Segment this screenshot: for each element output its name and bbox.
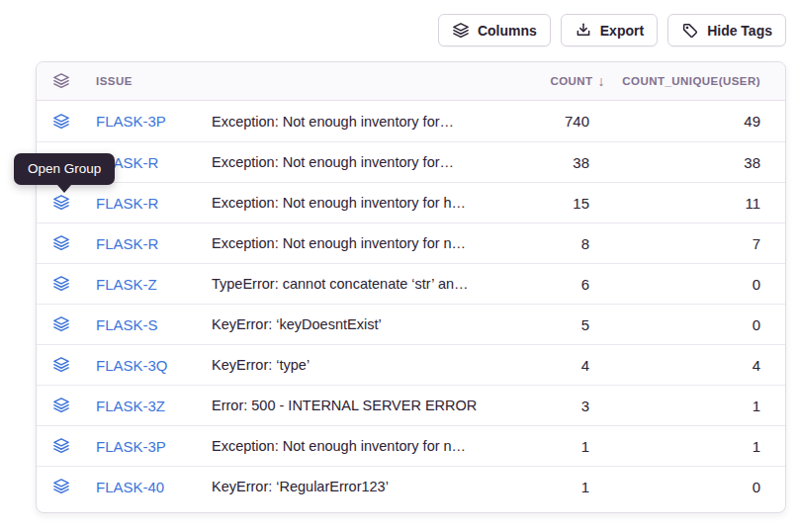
hide-tags-button[interactable]: Hide Tags [667,14,786,46]
table-row: FLASK-3P Exception: Not enough inventory… [37,425,785,466]
issue-summary: Exception: Not enough inventory for… [212,154,488,170]
tag-icon [681,22,699,40]
issue-summary: KeyError: ‘RegularError123’ [212,479,488,494]
table-row: FLASK-40 KeyError: ‘RegularError123’ 1 0 [37,466,785,506]
table-header-row: ISSUE COUNT ↓ COUNT_UNIQUE(USER) [37,62,785,101]
issue-link[interactable]: FLASK-3P [96,113,212,130]
table-row: FLASK-R Exception: Not enough inventory … [37,222,785,263]
table-row: FLASK-3P Exception: Not enough inventory… [37,101,785,141]
columns-button[interactable]: Columns [438,14,551,46]
count-value: 15 [573,195,607,212]
count-value: 8 [581,235,607,252]
toolbar: Columns Export Hide Tags [438,14,786,46]
table-row: FLASK-R Exception: Not enough inventory … [37,141,785,182]
column-header-issue[interactable]: ISSUE [96,75,212,87]
count-value: 3 [581,398,607,414]
issue-link[interactable]: FLASK-3Z [96,398,212,414]
count-unique-value: 4 [753,357,785,374]
count-unique-value: 49 [744,113,785,130]
open-group-icon[interactable] [37,234,96,252]
sort-arrow-down-icon: ↓ [598,73,605,89]
export-button[interactable]: Export [561,14,658,46]
open-group-icon[interactable] [37,397,96,414]
count-unique-value: 1 [753,398,785,414]
count-value: 6 [581,276,607,293]
tooltip-open-group: Open Group [14,153,115,185]
layers-icon [452,22,470,40]
count-value: 1 [581,438,607,455]
count-unique-value: 1 [753,438,785,455]
count-value: 4 [581,357,607,374]
column-header-count[interactable]: COUNT ↓ [550,73,607,89]
issue-link[interactable]: FLASK-R [96,235,212,252]
count-unique-value: 0 [753,316,785,333]
open-group-icon[interactable] [37,275,96,293]
count-value: 5 [581,316,607,333]
open-group-icon[interactable] [37,437,96,455]
count-value: 740 [565,113,607,130]
issue-summary: Exception: Not enough inventory for… [212,114,488,130]
issue-link[interactable]: FLASK-3P [96,438,212,455]
count-unique-value: 11 [745,195,785,212]
table-row: FLASK-Z TypeError: cannot concatenate ‘s… [37,263,785,304]
column-header-count-label: COUNT [550,75,592,87]
issue-link[interactable]: FLASK-3Q [96,357,212,374]
hide-tags-button-label: Hide Tags [707,23,772,39]
issue-link[interactable]: FLASK-Z [96,276,212,293]
open-group-icon[interactable] [37,315,96,333]
open-group-icon[interactable] [37,194,96,212]
issue-summary: TypeError: cannot concatenate ‘str’ an… [212,276,488,292]
count-unique-value: 0 [753,276,785,293]
open-group-icon[interactable] [37,356,96,374]
count-unique-value: 0 [753,479,785,495]
issue-summary: KeyError: ‘type’ [212,357,488,373]
count-unique-value: 38 [744,154,785,171]
issue-link[interactable]: FLASK-40 [96,479,212,495]
open-group-icon[interactable] [37,113,96,131]
open-group-icon[interactable] [37,478,96,495]
table-row: FLASK-S KeyError: ‘keyDoesntExist’ 5 0 [37,304,785,344]
export-button-label: Export [600,23,644,39]
issues-table: ISSUE COUNT ↓ COUNT_UNIQUE(USER) FLASK-3… [36,61,786,513]
count-value: 1 [581,479,607,495]
table-row: FLASK-3Q KeyError: ‘type’ 4 4 [37,344,785,385]
issue-link[interactable]: FLASK-S [96,316,212,333]
issue-summary: Exception: Not enough inventory for n… [212,235,488,251]
issue-link[interactable]: FLASK-R [96,195,212,212]
count-unique-value: 7 [753,235,785,252]
issue-summary: Exception: Not enough inventory for h… [212,195,488,211]
table-row: FLASK-R Exception: Not enough inventory … [37,182,785,222]
column-header-count-unique[interactable]: COUNT_UNIQUE(USER) [622,75,785,87]
issue-summary: Exception: Not enough inventory for n… [212,438,488,454]
table-row: FLASK-3Z Error: 500 - INTERNAL SERVER ER… [37,385,785,425]
download-icon [575,22,592,40]
count-value: 38 [573,154,607,171]
issue-summary: Error: 500 - INTERNAL SERVER ERROR [212,398,488,413]
issue-summary: KeyError: ‘keyDoesntExist’ [212,316,488,332]
columns-button-label: Columns [478,23,537,39]
issue-header-layers-icon [37,72,96,90]
